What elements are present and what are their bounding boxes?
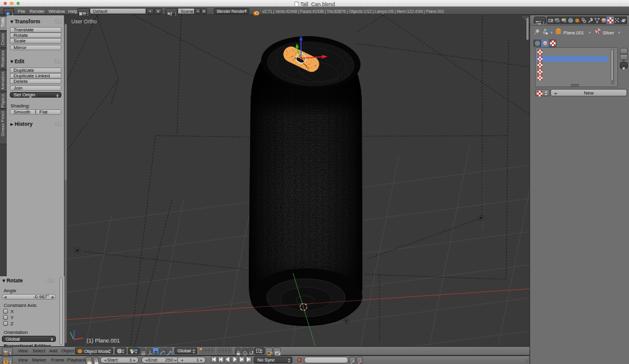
svg-text:User Ortho: User Ortho — [71, 18, 97, 25]
svg-text:Plane.001: Plane.001 — [563, 30, 584, 36]
svg-text:Silver: Silver — [603, 30, 614, 36]
svg-text:(1) Plane.001: (1) Plane.001 — [87, 338, 120, 344]
